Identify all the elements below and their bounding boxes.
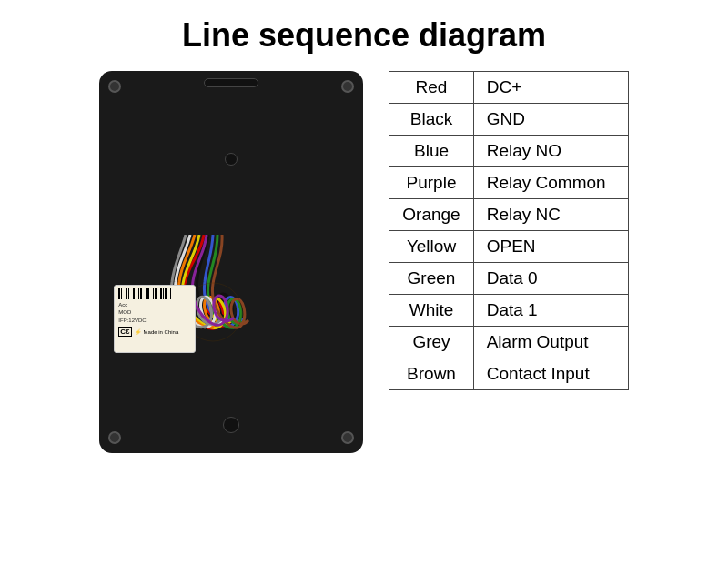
wire-function-cell: Relay Common (473, 167, 628, 199)
table-row: OrangeRelay NC (389, 199, 628, 231)
wire-function-cell: GND (473, 104, 628, 136)
table-row: GreyAlarm Output (389, 327, 628, 358)
table-row: Purple Relay Common (389, 167, 628, 199)
wire-function-cell: Relay NC (473, 199, 628, 231)
center-hole (225, 153, 238, 166)
wire-color-cell: Orange (389, 199, 473, 231)
device-label: Acc MOD IFP:12VDC C€ ⚡ Made in China (114, 285, 196, 353)
wire-function-cell: DC+ (473, 72, 628, 104)
wire-color-cell: White (389, 295, 473, 327)
page-title: Line sequence diagram (182, 16, 546, 55)
wire-color-cell: Yellow (389, 231, 473, 263)
wire-color-cell: Green (389, 263, 473, 295)
mount-hole-top (204, 78, 258, 87)
table-row: GreenData 0 (389, 263, 628, 295)
wire-color-cell: Blue (389, 136, 473, 167)
main-content: Acc MOD IFP:12VDC C€ ⚡ Made in China Red… (0, 71, 728, 453)
table-row: BlueRelay NO (389, 136, 628, 167)
wire-color-cell: Red (389, 72, 473, 104)
device-label-text: Acc MOD IFP:12VDC (118, 301, 191, 324)
wire-function-cell: Contact Input (473, 358, 628, 390)
wire-function-cell: Relay NO (473, 136, 628, 167)
wire-color-cell: Brown (389, 358, 473, 390)
wiring-table: RedDC+BlackGNDBlueRelay NOPurple Relay C… (389, 71, 628, 390)
screw-top-right (341, 80, 354, 93)
wire-function-cell: Data 0 (473, 263, 628, 295)
wire-function-cell: Alarm Output (473, 327, 628, 358)
wire-function-cell: Data 1 (473, 295, 628, 327)
screw-bottom-left (108, 431, 121, 444)
wire-function-cell: OPEN (473, 231, 628, 263)
screw-bottom-right (341, 431, 354, 444)
wire-color-cell: Grey (389, 327, 473, 358)
table-row: BrownContact Input (389, 358, 628, 390)
device-image: Acc MOD IFP:12VDC C€ ⚡ Made in China (99, 71, 363, 453)
mount-hole-bottom (223, 417, 239, 433)
wire-color-cell: Black (389, 104, 473, 136)
table-row: RedDC+ (389, 72, 628, 104)
table-row: YellowOPEN (389, 231, 628, 263)
screw-top-left (108, 80, 121, 93)
wire-color-cell: Purple (389, 167, 473, 199)
table-row: BlackGND (389, 104, 628, 136)
table-row: White Data 1 (389, 295, 628, 327)
